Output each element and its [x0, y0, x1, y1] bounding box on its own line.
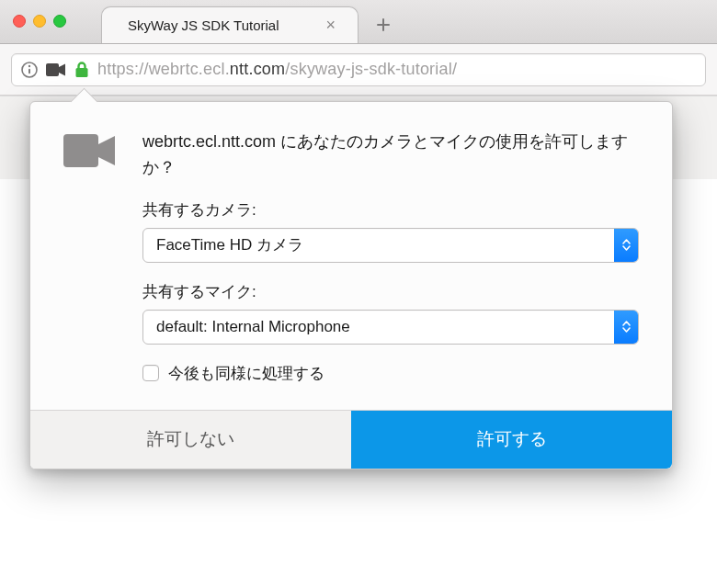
remember-checkbox[interactable]: [142, 365, 159, 381]
svg-rect-4: [76, 68, 88, 77]
camera-indicator-icon[interactable]: [46, 62, 66, 77]
lock-icon[interactable]: [74, 62, 89, 78]
chevron-updown-icon: [614, 311, 638, 344]
dialog-actions: 許可しない 許可する: [30, 410, 672, 469]
allow-button[interactable]: 許可する: [351, 411, 672, 469]
info-icon[interactable]: [21, 62, 38, 78]
remember-label: 今後も同様に処理する: [168, 363, 324, 384]
permission-question: webrtc.ecl.ntt.com にあなたのカメラとマイクの使用を許可します…: [142, 130, 639, 181]
permission-dialog: webrtc.ecl.ntt.com にあなたのカメラとマイクの使用を許可します…: [29, 101, 673, 469]
url-host: ntt.com: [230, 60, 285, 78]
svg-rect-3: [46, 63, 59, 76]
zoom-window-button[interactable]: [53, 15, 66, 28]
window-titlebar: SkyWay JS SDK Tutorial ×: [0, 0, 717, 44]
close-tab-button[interactable]: ×: [322, 16, 339, 35]
chevron-updown-icon: [614, 229, 638, 262]
close-window-button[interactable]: [13, 15, 26, 28]
toolbar: https://webrtc.ecl.ntt.com/skyway-js-sdk…: [0, 44, 717, 96]
address-bar[interactable]: https://webrtc.ecl.ntt.com/skyway-js-sdk…: [11, 53, 706, 86]
tab-title: SkyWay JS SDK Tutorial: [128, 17, 322, 33]
tab-strip: SkyWay JS SDK Tutorial ×: [101, 5, 397, 43]
deny-button[interactable]: 許可しない: [30, 411, 351, 469]
svg-rect-5: [63, 134, 98, 167]
new-tab-button[interactable]: [370, 6, 397, 43]
mic-select[interactable]: default: Internal Microphone: [142, 310, 639, 345]
mic-select-label: 共有するマイク:: [142, 281, 639, 302]
url-text: https://webrtc.ecl.ntt.com/skyway-js-sdk…: [97, 60, 457, 79]
url-suffix: /skyway-js-sdk-tutorial/: [285, 60, 457, 78]
window-controls: [0, 15, 66, 28]
svg-rect-1: [28, 68, 30, 74]
browser-tab-active[interactable]: SkyWay JS SDK Tutorial ×: [101, 6, 358, 43]
minimize-window-button[interactable]: [33, 15, 46, 28]
mic-select-value: default: Internal Microphone: [156, 318, 350, 336]
svg-point-2: [28, 64, 30, 66]
camera-select[interactable]: FaceTime HD カメラ: [142, 228, 639, 263]
camera-icon: [63, 130, 117, 384]
camera-select-label: 共有するカメラ:: [142, 199, 639, 220]
url-prefix: https://webrtc.ecl.: [97, 60, 230, 78]
camera-select-value: FaceTime HD カメラ: [156, 234, 303, 255]
